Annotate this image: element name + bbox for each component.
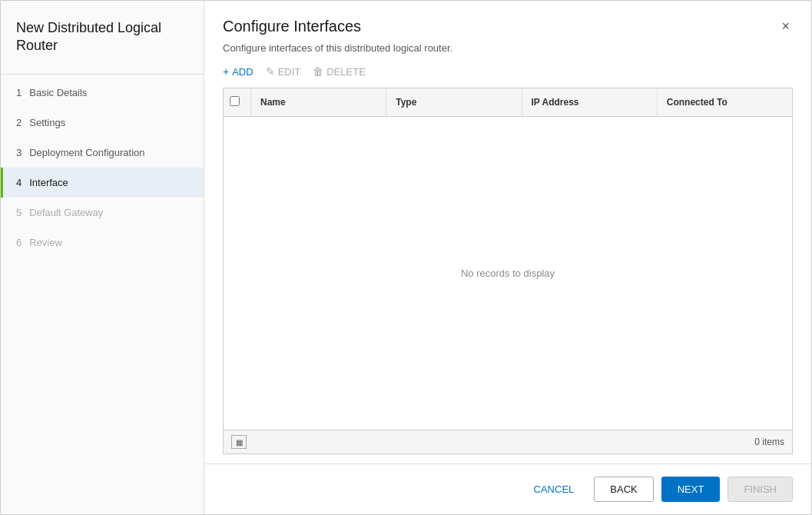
step-label-2: Settings: [29, 117, 65, 128]
step-basic-details[interactable]: 1 Basic Details: [1, 78, 204, 108]
select-all-checkbox[interactable]: [230, 96, 240, 106]
column-chooser-icon[interactable]: ▦: [231, 435, 247, 449]
delete-icon: 🗑: [313, 65, 323, 78]
cancel-button[interactable]: CANCEL: [522, 477, 587, 501]
dialog-footer: CANCEL BACK NEXT FINISH: [204, 464, 811, 514]
step-label-5: Default Gateway: [29, 207, 103, 218]
data-table: Name Type IP Address Connected To No rec…: [223, 88, 793, 454]
main-panel: Configure Interfaces × Configure interfa…: [204, 1, 811, 514]
step-number-4: 4: [16, 177, 22, 188]
step-number-6: 6: [16, 237, 22, 248]
close-button[interactable]: ×: [778, 16, 793, 36]
edit-button[interactable]: ✎ EDIT: [266, 63, 301, 80]
header-checkbox-cell: [224, 88, 251, 116]
delete-label: DELETE: [326, 66, 366, 78]
step-default-gateway: 5 Default Gateway: [1, 198, 204, 228]
step-review: 6 Review: [1, 228, 204, 258]
add-button[interactable]: + ADD: [223, 63, 254, 80]
content-header: Configure Interfaces ×: [204, 1, 811, 36]
step-number-5: 5: [16, 207, 22, 218]
col-name: Name: [251, 89, 386, 115]
step-number-1: 1: [16, 87, 22, 98]
dialog-title: New Distributed Logical Router: [1, 1, 204, 75]
step-label-1: Basic Details: [29, 87, 87, 98]
next-button[interactable]: NEXT: [661, 477, 721, 502]
steps-list: 1 Basic Details 2 Settings 3 Deployment …: [1, 75, 204, 258]
add-icon: +: [223, 65, 229, 78]
back-button[interactable]: BACK: [594, 477, 653, 502]
col-ip-address: IP Address: [522, 89, 658, 115]
dialog: New Distributed Logical Router 1 Basic D…: [0, 0, 812, 515]
step-label-3: Deployment Configuration: [29, 147, 144, 158]
content-subtitle: Configure interfaces of this distributed…: [204, 36, 811, 63]
step-interface[interactable]: 4 Interface: [1, 168, 204, 198]
content-title: Configure Interfaces: [223, 18, 361, 35]
table-footer: ▦ 0 items: [224, 430, 792, 454]
col-type: Type: [386, 89, 522, 115]
edit-label: EDIT: [278, 66, 301, 78]
toolbar: + ADD ✎ EDIT 🗑 DELETE: [204, 63, 811, 88]
step-label-6: Review: [29, 237, 62, 248]
step-number-2: 2: [16, 117, 22, 128]
add-label: ADD: [232, 66, 253, 78]
items-count: 0 items: [754, 437, 784, 447]
step-deployment[interactable]: 3 Deployment Configuration: [1, 138, 204, 168]
col-connected-to: Connected To: [658, 89, 792, 115]
table-header: Name Type IP Address Connected To: [224, 88, 792, 117]
table-body: No records to display: [224, 117, 792, 430]
column-chooser[interactable]: ▦: [231, 435, 247, 449]
sidebar: New Distributed Logical Router 1 Basic D…: [1, 1, 204, 514]
finish-button: FINISH: [727, 477, 793, 502]
delete-button[interactable]: 🗑 DELETE: [313, 63, 366, 80]
step-settings[interactable]: 2 Settings: [1, 108, 204, 138]
step-label-4: Interface: [29, 177, 68, 188]
no-records-message: No records to display: [461, 267, 555, 279]
step-number-3: 3: [16, 147, 22, 158]
edit-icon: ✎: [266, 65, 275, 78]
